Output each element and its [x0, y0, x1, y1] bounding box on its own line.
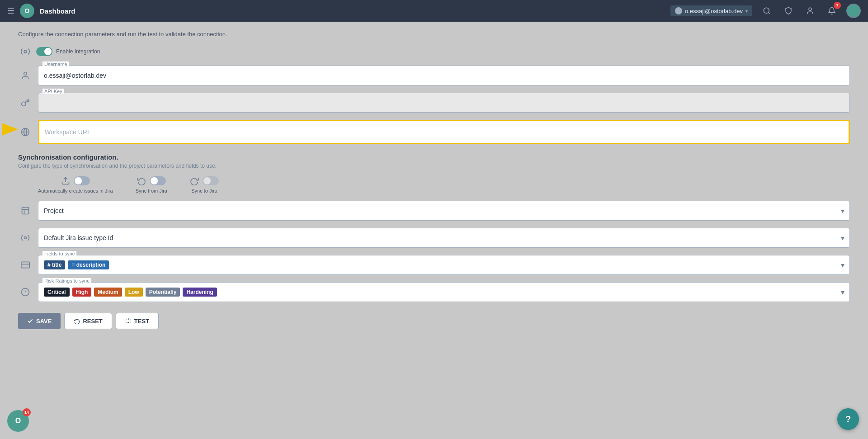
user-field-icon — [18, 71, 33, 80]
svg-rect-9 — [22, 208, 29, 214]
field-tag-title[interactable]: # title — [44, 260, 65, 269]
enable-integration-toggle[interactable] — [36, 47, 52, 56]
fields-to-sync-row: Fields to sync # title ≡ description ▾ — [18, 255, 850, 275]
test-icon — [125, 318, 132, 324]
integration-icon — [18, 47, 33, 57]
arrow-indicator — [0, 119, 20, 143]
svg-point-2 — [809, 8, 811, 10]
main-content: Configure the connection parameters and … — [0, 22, 868, 439]
user-avatar[interactable] — [846, 4, 861, 18]
reset-icon — [74, 318, 80, 324]
username-field-container: Username — [38, 66, 850, 85]
risk-tag-medium[interactable]: Medium — [94, 288, 122, 297]
risk-tag-low[interactable]: Low — [125, 288, 143, 297]
save-label: SAVE — [36, 318, 52, 325]
save-icon — [27, 318, 33, 324]
help-button[interactable]: ? — [837, 408, 859, 430]
test-label: TEST — [134, 318, 149, 325]
svg-point-4 — [24, 50, 27, 53]
sync-to-toggle[interactable] — [203, 176, 219, 185]
risk-tag-critical[interactable]: Critical — [44, 288, 70, 297]
risk-ratings-container: Risk Ratings to sync Critical High Mediu… — [38, 282, 850, 302]
issue-type-field-container: Default Jira issue type Id — [38, 228, 850, 248]
issue-type-select[interactable]: Default Jira issue type Id — [38, 228, 850, 248]
fields-tags-container[interactable]: # title ≡ description — [38, 255, 850, 275]
auto-create-toggle-group: Automatically create issues in Jira — [38, 176, 113, 194]
svg-rect-13 — [21, 262, 29, 268]
auto-create-toggle[interactable] — [74, 176, 90, 185]
hamburger-icon[interactable]: ☰ — [7, 6, 14, 16]
sync-section-title: Synchronisation configuration. — [18, 153, 850, 161]
sync-toggles: Automatically create issues in Jira Sync… — [38, 176, 219, 194]
sync-to-label: Sync to Jira — [191, 188, 217, 194]
user-icon — [675, 7, 682, 14]
svg-point-0 — [764, 8, 769, 13]
search-button[interactable] — [760, 4, 774, 18]
app-title: Dashboard — [40, 7, 75, 15]
project-field-container: Project — [38, 201, 850, 221]
section-description: Configure the connection parameters and … — [18, 31, 850, 38]
fields-to-sync-container: Fields to sync # title ≡ description ▾ — [38, 255, 850, 275]
issue-type-row: Default Jira issue type Id — [18, 228, 850, 248]
save-button[interactable]: SAVE — [18, 313, 61, 329]
auto-create-label: Automatically create issues in Jira — [38, 188, 113, 194]
username-input[interactable] — [38, 66, 850, 85]
sync-from-label: Sync from Jira — [136, 188, 167, 194]
risk-ratings-row: Risk Ratings to sync Critical High Mediu… — [18, 282, 850, 302]
sync-to-toggle-group: Sync to Jira — [190, 176, 219, 194]
auto-create-icon — [61, 176, 70, 185]
svg-line-1 — [768, 12, 769, 14]
workspace-url-input[interactable] — [39, 121, 849, 143]
nav-left: ☰ O Dashboard — [7, 4, 75, 18]
bottom-logo-circle[interactable]: O 14 — [7, 410, 29, 432]
api-key-field-container: API Key — [38, 93, 850, 113]
notification-bell[interactable]: 7 — [825, 4, 839, 18]
risk-ratings-icon — [18, 288, 33, 297]
fields-tags-wrapper: # title ≡ description ▾ — [38, 255, 850, 275]
enable-integration-label: Enable Integration — [56, 48, 100, 55]
api-key-icon — [18, 98, 33, 107]
svg-point-12 — [24, 237, 27, 239]
risk-tags-container[interactable]: Critical High Medium Low Potentially Har… — [38, 282, 850, 302]
issue-type-icon — [18, 233, 33, 242]
notification-badge: 7 — [834, 2, 841, 9]
sync-from-toggle[interactable] — [150, 176, 166, 185]
sync-to-row — [190, 176, 219, 185]
bottom-logo-badge: 14 — [23, 408, 31, 416]
bottom-logo[interactable]: O 14 — [7, 410, 29, 432]
help-icon: ? — [845, 414, 851, 425]
reset-label: RESET — [83, 318, 102, 325]
person-icon[interactable] — [803, 4, 817, 18]
user-email-label: o.essaji@ostorlab.dev — [685, 8, 743, 14]
risk-tag-high[interactable]: High — [72, 288, 92, 297]
api-key-input[interactable] — [38, 93, 850, 113]
project-select[interactable]: Project — [38, 201, 850, 221]
sync-from-toggle-group: Sync from Jira — [136, 176, 167, 194]
username-row: Username — [18, 66, 850, 85]
project-row: Project — [18, 201, 850, 221]
username-label: Username — [42, 61, 69, 67]
shield-icon[interactable] — [781, 4, 796, 18]
workspace-url-icon — [18, 127, 33, 137]
sync-section: Synchronisation configuration. Configure… — [18, 153, 850, 169]
test-button[interactable]: TEST — [116, 313, 159, 329]
sync-from-row — [137, 176, 166, 185]
risk-tag-potentially[interactable]: Potentially — [146, 288, 180, 297]
svg-point-5 — [24, 72, 27, 76]
chevron-down-icon: ▾ — [745, 9, 748, 14]
top-navigation: ☰ O Dashboard o.essaji@ostorlab.dev ▾ 7 — [0, 0, 868, 22]
risk-tags-wrapper: Critical High Medium Low Potentially Har… — [38, 282, 850, 302]
fields-to-sync-icon — [18, 260, 33, 269]
auto-create-row — [61, 176, 90, 185]
risk-tag-hardening[interactable]: Hardening — [183, 288, 217, 297]
api-key-label: API Key — [42, 89, 64, 94]
action-buttons-group: SAVE RESET TEST — [18, 313, 850, 329]
workspace-url-row — [18, 120, 850, 144]
reset-button[interactable]: RESET — [64, 313, 112, 329]
sync-toggles-row: Automatically create issues in Jira Sync… — [18, 176, 850, 194]
enable-integration-row: Enable Integration — [18, 47, 850, 57]
user-dropdown[interactable]: o.essaji@ostorlab.dev ▾ — [670, 5, 752, 16]
sync-to-icon — [190, 176, 199, 185]
field-tag-description[interactable]: ≡ description — [68, 260, 109, 269]
api-key-row: API Key — [18, 93, 850, 113]
